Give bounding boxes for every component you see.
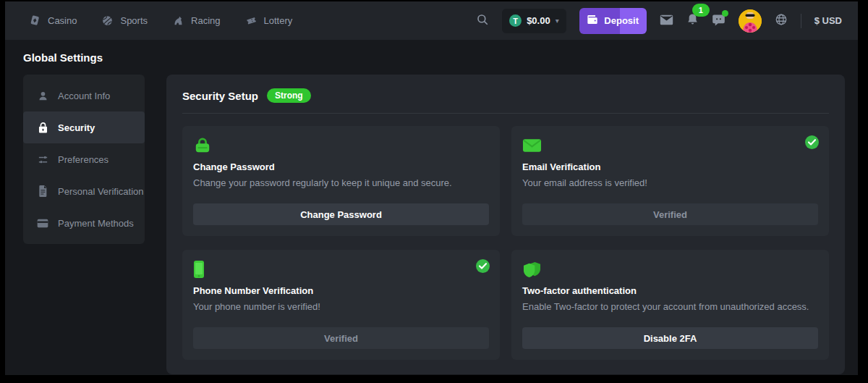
check-circle-icon — [476, 259, 490, 273]
top-navbar: Casino Sports Racing Lottery — [5, 1, 858, 40]
sidebar-item-label: Security — [58, 122, 95, 133]
sidebar-item-label: Personal Verification — [58, 186, 144, 197]
disable-2fa-button[interactable]: Disable 2FA — [522, 327, 818, 349]
chevron-down-icon: ▾ — [556, 17, 559, 25]
messages-button[interactable] — [660, 14, 673, 28]
email-verification-card: Email Verification Your email address is… — [511, 126, 829, 236]
page-title: Global Settings — [23, 51, 845, 64]
security-cards-grid: Change Password Change your password reg… — [182, 126, 829, 360]
navbar-divider — [801, 14, 801, 28]
settings-page: Global Settings Account Info Security — [5, 40, 858, 374]
email-verified-button[interactable]: Verified — [522, 203, 818, 225]
nav-item-label: Casino — [48, 15, 77, 26]
browser-viewport: Casino Sports Racing Lottery — [0, 0, 868, 383]
sidebar-item-label: Account Info — [58, 91, 110, 101]
card-description: Change your password regularly to keep i… — [193, 177, 489, 188]
security-panel-header: Security Setup Strong — [182, 88, 829, 103]
green-lock-icon — [193, 136, 489, 155]
balance-amount: $0.00 — [527, 15, 550, 26]
check-circle-icon — [805, 135, 819, 149]
casino-card-icon — [29, 14, 41, 27]
online-status-dot — [722, 10, 728, 17]
sidebar-item-payment-methods[interactable]: Payment Methods — [23, 207, 145, 239]
sidebar-item-preferences[interactable]: Preferences — [23, 143, 145, 175]
globe-icon — [775, 13, 788, 28]
card-description: Your phone number is verified! — [193, 301, 489, 312]
nav-item-racing[interactable]: Racing — [172, 14, 220, 27]
card-description: Enable Two-factor to protect your accoun… — [522, 301, 818, 312]
sidebar-item-account-info[interactable]: Account Info — [23, 80, 145, 111]
sidebar-item-label: Preferences — [58, 154, 109, 165]
sidebar-item-label: Payment Methods — [58, 218, 134, 229]
wallet-icon — [587, 14, 598, 27]
navbar-actions: T $0.00 ▾ Deposit 1 — [476, 8, 842, 34]
security-panel: Security Setup Strong Change Password Ch… — [166, 75, 845, 374]
wallet-balance-dropdown[interactable]: T $0.00 ▾ — [502, 9, 566, 33]
nav-item-lottery[interactable]: Lottery — [245, 14, 293, 27]
card-description: Your email address is verified! — [522, 177, 818, 188]
user-avatar[interactable] — [739, 9, 762, 33]
app-window: Casino Sports Racing Lottery — [5, 1, 858, 375]
currency-label: $ USD — [814, 15, 842, 26]
settings-sidebar: Account Info Security Preferences — [23, 75, 145, 244]
phone-verification-card: Phone Number Verification Your phone num… — [182, 250, 500, 360]
lock-icon — [37, 122, 48, 133]
change-password-card: Change Password Change your password reg… — [182, 126, 500, 236]
document-icon — [37, 185, 48, 197]
nav-item-sports[interactable]: Sports — [101, 14, 148, 27]
nav-item-label: Sports — [120, 15, 148, 26]
horse-head-icon — [172, 14, 184, 27]
mail-icon — [660, 14, 673, 28]
card-title: Email Verification — [522, 161, 818, 172]
currency-selector[interactable]: $ USD — [814, 15, 842, 26]
notification-count-badge: 1 — [692, 4, 710, 17]
nav-item-label: Lottery — [264, 15, 293, 26]
notifications-button[interactable]: 1 — [686, 13, 699, 28]
card-title: Change Password — [193, 161, 489, 172]
card-title: Phone Number Verification — [193, 285, 489, 296]
panel-title: Security Setup — [182, 90, 258, 102]
green-envelope-icon — [522, 136, 818, 155]
deposit-button-label: Deposit — [604, 15, 639, 26]
search-icon — [476, 13, 489, 28]
phone-verified-button[interactable]: Verified — [193, 327, 489, 349]
deposit-button[interactable]: Deposit — [579, 8, 647, 34]
sidebar-item-personal-verification[interactable]: Personal Verification — [23, 175, 145, 207]
sliders-icon — [37, 154, 48, 165]
language-button[interactable] — [775, 13, 788, 28]
panel-divider — [182, 113, 829, 114]
credit-card-icon — [37, 219, 48, 228]
sidebar-item-security[interactable]: Security — [23, 111, 145, 143]
nav-item-label: Racing — [191, 15, 220, 26]
card-title: Two-factor authentication — [522, 285, 818, 296]
primary-nav: Casino Sports Racing Lottery — [29, 14, 292, 27]
green-phone-icon — [193, 260, 489, 279]
person-icon — [37, 91, 48, 101]
chat-button[interactable] — [712, 13, 726, 29]
nav-item-casino[interactable]: Casino — [29, 14, 77, 27]
basketball-icon — [101, 14, 114, 27]
change-password-button[interactable]: Change Password — [193, 203, 489, 225]
double-shield-icon — [522, 260, 818, 279]
tether-coin-icon: T — [509, 14, 522, 27]
search-button[interactable] — [476, 13, 489, 28]
lottery-ticket-icon — [245, 14, 258, 27]
two-factor-card: Two-factor authentication Enable Two-fac… — [511, 250, 829, 360]
security-strength-badge: Strong — [267, 88, 311, 103]
